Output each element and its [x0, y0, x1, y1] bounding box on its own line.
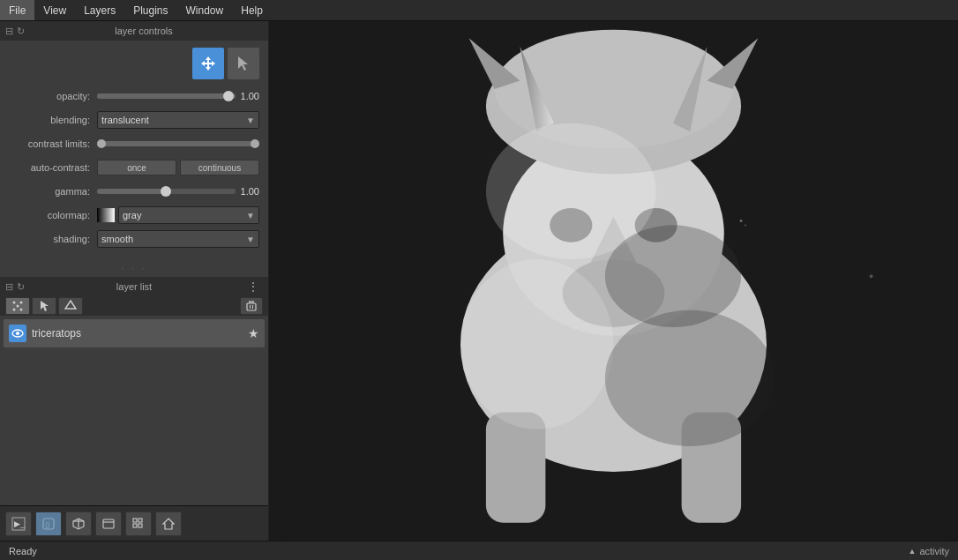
- layer-header-icons: ⊟ ↻: [5, 281, 25, 293]
- layer-star-button[interactable]: ★: [248, 326, 259, 340]
- svg-point-4: [13, 309, 16, 311]
- shading-dropdown[interactable]: smooth ▼: [97, 230, 259, 248]
- gamma-value: 1.00: [241, 186, 259, 197]
- activity-label: activity: [919, 546, 949, 556]
- refresh-icon-2[interactable]: ↻: [17, 281, 25, 293]
- colormap-arrow-icon: ▼: [246, 211, 255, 220]
- shading-label: shading:: [9, 234, 97, 244]
- layer-list-label: layer list: [25, 281, 243, 292]
- layer-list-toolbar: [0, 296, 268, 316]
- svg-marker-7: [65, 301, 76, 309]
- layer-list-section: ⊟ ↻ layer list ⋮: [0, 277, 268, 505]
- blending-value: translucent: [101, 115, 149, 125]
- layer-visibility-button[interactable]: [9, 325, 26, 342]
- activity-arrow-icon: ▲: [908, 547, 916, 556]
- bottom-toolbar: ▶_ {}: [0, 505, 268, 541]
- console-button[interactable]: ▶_: [5, 511, 32, 536]
- colormap-value: gray: [123, 210, 141, 220]
- move-button[interactable]: [192, 48, 224, 79]
- svg-rect-8: [247, 303, 256, 310]
- layer-controls-label: layer controls: [25, 26, 263, 36]
- svg-point-51: [745, 224, 746, 226]
- menu-plugins[interactable]: Plugins: [124, 0, 176, 20]
- layer-list-header: ⊟ ↻ layer list ⋮: [0, 277, 268, 296]
- blending-dropdown[interactable]: translucent ▼: [97, 111, 259, 129]
- svg-rect-26: [138, 519, 142, 522]
- svg-marker-29: [163, 519, 174, 529]
- menu-help[interactable]: Help: [232, 0, 272, 20]
- shading-arrow-icon: ▼: [246, 235, 255, 244]
- menu-layers[interactable]: Layers: [75, 0, 124, 20]
- svg-point-5: [20, 302, 23, 304]
- contrast-thumb-right[interactable]: [251, 139, 259, 148]
- svg-rect-27: [133, 524, 137, 527]
- left-panel: ⊟ ↻ layer controls: [0, 21, 269, 541]
- colormap-dropdown[interactable]: gray ▼: [118, 206, 259, 224]
- menu-file[interactable]: File: [0, 0, 34, 20]
- window-button[interactable]: [95, 511, 122, 536]
- layer-name: triceratops: [32, 327, 243, 340]
- shape-tool-button[interactable]: [58, 297, 83, 315]
- colormap-row: colormap: gray ▼: [9, 205, 259, 225]
- contrast-thumb-left[interactable]: [97, 139, 106, 148]
- layer-controls-section: ⊟ ↻ layer controls: [0, 21, 268, 277]
- script-button[interactable]: {}: [35, 511, 62, 536]
- status-bar: Ready ▲ activity: [0, 541, 958, 560]
- svg-point-2: [17, 305, 19, 308]
- svg-point-52: [870, 274, 873, 278]
- activity-button[interactable]: ▲ activity: [908, 546, 949, 556]
- lock-icon[interactable]: ⊟: [5, 26, 13, 37]
- cube-button[interactable]: [65, 511, 92, 536]
- delete-layer-button[interactable]: [240, 297, 263, 315]
- svg-point-1: [13, 302, 16, 304]
- dots-divider: · · ·: [0, 260, 268, 277]
- layer-tools: [5, 297, 83, 315]
- status-ready: Ready: [9, 546, 37, 556]
- auto-contrast-buttons: once continuous: [97, 160, 259, 175]
- opacity-value: 1.00: [241, 91, 259, 101]
- svg-rect-23: [103, 519, 114, 528]
- lock-icon-2[interactable]: ⊟: [5, 281, 13, 293]
- layer-item[interactable]: triceratops ★: [4, 319, 265, 347]
- blending-row: blending: translucent ▼: [9, 110, 259, 130]
- gamma-label: gamma:: [9, 186, 97, 197]
- grid-button[interactable]: [125, 511, 152, 536]
- opacity-slider[interactable]: [97, 93, 236, 99]
- model-canvas: [269, 21, 958, 541]
- svg-rect-28: [138, 524, 142, 527]
- main-area: ⊟ ↻ layer controls: [0, 21, 958, 541]
- svg-point-49: [605, 310, 775, 446]
- controls-body: opacity: 1.00 blending: translucent ▼: [0, 41, 268, 260]
- auto-contrast-once-button[interactable]: once: [97, 160, 176, 175]
- contrast-slider[interactable]: [97, 141, 259, 146]
- menu-window[interactable]: Window: [177, 0, 233, 20]
- points-tool-button[interactable]: [5, 297, 30, 315]
- layer-more-button[interactable]: ⋮: [243, 280, 263, 294]
- opacity-label: opacity:: [9, 91, 97, 101]
- refresh-icon[interactable]: ↻: [17, 26, 25, 37]
- select-tool-button[interactable]: [32, 297, 56, 315]
- menu-bar: File View Layers Plugins Window Help: [0, 0, 958, 21]
- 3d-viewport[interactable]: [269, 21, 958, 541]
- svg-text:▶_: ▶_: [14, 519, 26, 528]
- gamma-row: gamma: 1.00: [9, 182, 259, 201]
- menu-view[interactable]: View: [34, 0, 75, 20]
- svg-marker-0: [238, 56, 248, 71]
- svg-rect-25: [133, 519, 137, 522]
- shading-value: smooth: [101, 234, 133, 244]
- opacity-row: opacity: 1.00: [9, 86, 259, 106]
- shading-row: shading: smooth ▼: [9, 229, 259, 249]
- header-icons: ⊟ ↻: [5, 26, 25, 37]
- svg-point-48: [460, 259, 614, 429]
- blending-label: blending:: [9, 115, 97, 125]
- contrast-row: contrast limits:: [9, 134, 259, 153]
- transform-icons-row: [9, 48, 259, 79]
- blending-arrow-icon: ▼: [246, 116, 255, 125]
- svg-point-3: [20, 309, 23, 311]
- layers-container: triceratops ★: [0, 316, 268, 505]
- home-button[interactable]: [155, 511, 182, 536]
- colormap-preview: [97, 208, 115, 222]
- auto-contrast-continuous-button[interactable]: continuous: [180, 160, 259, 175]
- gamma-slider[interactable]: [97, 189, 236, 194]
- select-button[interactable]: [228, 48, 259, 79]
